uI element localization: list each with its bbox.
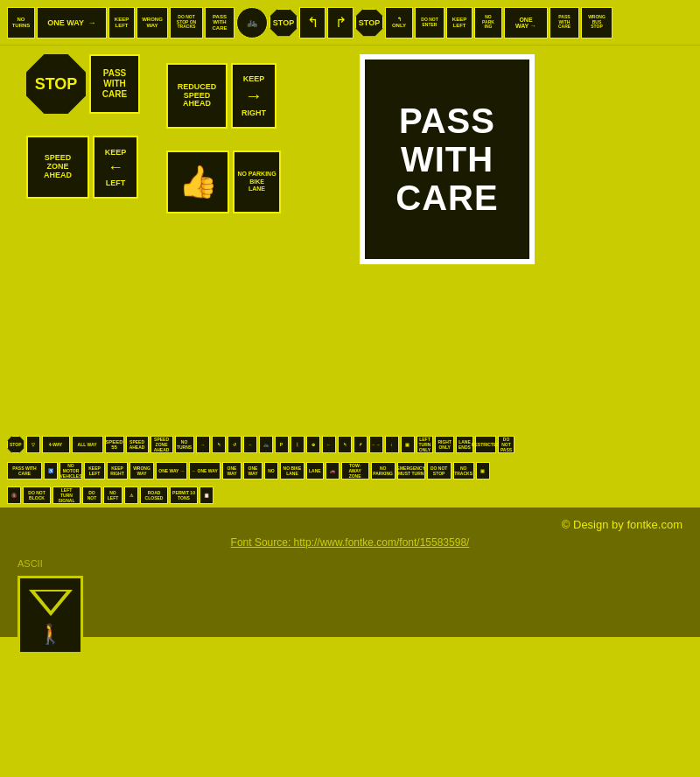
mini-no-ped: 🚷	[7, 486, 21, 504]
left-sign-column: STOP PASSWITHCARE SPEEDZONEAHEAD KEEP ← …	[26, 54, 140, 430]
mini-turn-r: ↱	[354, 436, 368, 453]
mini-keep-r: KEEP RIGHT	[107, 462, 128, 480]
mini-do-not-stop: DO NOT STOP	[427, 462, 452, 480]
mini-left-turn: LEFTTURNONLY	[416, 436, 434, 453]
mini-triangle: ▽	[26, 436, 40, 453]
yield-triangle-inner	[35, 592, 66, 611]
mini-one-w2: ONE WAY	[243, 462, 262, 480]
mini-no-block: DO NOT BLOCK	[23, 486, 51, 504]
turn-right-top: ↱	[327, 7, 354, 38]
pedestrian-icon: 🚶	[38, 623, 62, 646]
mini-arr-l: ←	[322, 436, 336, 453]
mini-no-park: NO PARKING	[371, 462, 396, 480]
pass-care2-top: PASSWITHCARE	[550, 7, 579, 38]
mini-pass-care: PASS WITH CARE	[7, 462, 42, 480]
mini-no-motor: NO MOTOR VEHICLES	[60, 462, 82, 480]
mini-emergency: EMERGENCY MUST TURN	[397, 462, 425, 480]
mini-55: SPEED55	[105, 436, 124, 453]
right-sign-column: PASSWITHCARE	[360, 54, 535, 430]
stop-sign: STOP	[26, 54, 86, 114]
mini-warning: ⚠	[124, 486, 138, 504]
mini-box2: ▣	[476, 462, 490, 480]
mini-turn-l2: ↰	[338, 436, 352, 453]
mini-no2: NO	[264, 462, 278, 480]
stop-octagon-top2: STOP	[355, 9, 383, 37]
pass-with-care-sign: PASSWITHCARE	[89, 54, 140, 114]
yield-triangle	[29, 590, 73, 616]
mini-box: ▣	[401, 436, 415, 453]
mini-ud: ↕	[385, 436, 399, 453]
mini-turn-l: ↰	[212, 436, 226, 453]
font-source-text[interactable]: Font Source: http://www.fontke.com/font/…	[18, 535, 682, 550]
one-way2-top: ONEWAY →	[504, 7, 548, 38]
mini-right-only: RIGHTONLY	[435, 436, 454, 453]
mini-bike: 🚲	[259, 436, 273, 453]
bottom-strip-1: STOP ▽ 4-WAY ALL WAY SPEED55 SPEEDAHEAD …	[0, 430, 700, 458]
keep-left-sign-top: KEEPLEFT	[108, 7, 135, 38]
mini-restrict: RESTRICTED	[475, 436, 496, 453]
wrong-way-sign-top: WRONGWAY	[136, 7, 168, 38]
mini-no-bike: NO BIKE LANE	[280, 462, 304, 480]
keep-right-sign: KEEP → RIGHT	[231, 63, 276, 129]
mini-do-not: DO NOT	[82, 486, 102, 504]
speed-zone-row: SPEEDZONEAHEAD KEEP ← LEFT	[26, 136, 140, 199]
mini-speed-ahead: SPEEDAHEAD	[126, 436, 149, 453]
mini-4way: 4-WAY	[42, 436, 70, 453]
reduced-speed-sign: REDUCEDSPEEDAHEAD	[166, 63, 228, 129]
do-not-enter-top: DO NOTENTER	[415, 7, 444, 38]
no-parking-top: NOPARKING	[474, 7, 502, 38]
mini-circle: ⊕	[306, 436, 320, 453]
mini-arrow-r: →	[196, 436, 210, 453]
stop-pass-row: STOP PASSWITHCARE	[26, 54, 140, 114]
do-not-stop-sign: DO NOTSTOP ONTRACKS	[170, 7, 203, 38]
large-pass-with-care-sign: PASSWITHCARE	[360, 54, 535, 264]
mini-no-left: NO LEFT	[103, 486, 122, 504]
mini-permit: PERMIT 10 TONS	[170, 486, 198, 504]
keep-left2-top: KEEPLEFT	[446, 7, 472, 38]
mini-tow: TOW-AWAY ZONE	[341, 462, 369, 480]
mini-left-turn-sig: LEFT TURN SIGNAL	[52, 486, 80, 504]
mini-lr: ←→	[369, 436, 383, 453]
copyright-text: © Design by fontke.com	[18, 514, 682, 535]
turn-left-top: ↰	[299, 7, 326, 38]
mini-park: P	[275, 436, 289, 453]
mini-doc: 📋	[200, 486, 214, 504]
keep-left-label: KEEP	[105, 148, 127, 157]
keep-left-sub: LEFT	[106, 178, 126, 187]
keep-left-sign: KEEP ← LEFT	[93, 136, 138, 199]
mid-sign-column: REDUCEDSPEEDAHEAD KEEP → RIGHT 👍 NO PARK…	[166, 54, 281, 430]
bottom-strip-2: PASS WITH CARE ♿ NO MOTOR VEHICLES KEEP …	[0, 458, 700, 483]
mini-stop: STOP	[7, 436, 24, 453]
keep-left-arrow: ←	[108, 158, 123, 177]
mini-ped: 🚶	[290, 436, 304, 453]
hand-thumb-sign: 👍	[166, 150, 229, 214]
main-content-area: STOP PASSWITHCARE SPEEDZONEAHEAD KEEP ← …	[0, 46, 700, 430]
wrong-bus-top: WRONGBUSSTOP	[581, 7, 612, 38]
mini-allway: ALL WAY	[72, 436, 103, 453]
mini-lane-ends: LANEENDS	[456, 436, 473, 453]
mini-uturn: ↺	[228, 436, 242, 453]
mini-no-tracks: NO TRACKS	[453, 462, 474, 480]
bike-yield-top: 🚲	[236, 7, 268, 38]
speed-zone-sign: SPEEDZONEAHEAD	[26, 136, 89, 199]
mini-l-one-way: ← ONE WAY	[189, 462, 220, 480]
no-parking-bike-sign: NO PARKING BIKE LANE	[233, 150, 281, 214]
thumb-bike-row: 👍 NO PARKING BIKE LANE	[166, 150, 281, 214]
no-turns-sign: NOTURNS	[7, 7, 35, 38]
top-sign-strip: NOTURNS ONE WAY → KEEPLEFT WRONGWAY DO N…	[0, 0, 700, 46]
mini-do-not-pass: DONOTPASS	[498, 436, 514, 453]
mini-arrow-r2: →	[243, 436, 257, 453]
yield-pedestrian-sign: 🚶	[18, 576, 83, 654]
footer-area: © Design by fontke.com Font Source: http…	[0, 508, 700, 637]
mini-keep-l: KEEP LEFT	[84, 462, 105, 480]
ascii-label: ASCII	[18, 555, 43, 572]
mini-one-w: ONE WAY	[222, 462, 242, 480]
pass-care-top: PASSWITHCARE	[205, 7, 234, 38]
mini-lane: LANE	[306, 462, 324, 480]
mini-one-way: ONE WAY →	[156, 462, 187, 480]
stop-octagon-top1: STOP	[270, 9, 298, 37]
bottom-strip-3: 🚷 DO NOT BLOCK LEFT TURN SIGNAL DO NOT N…	[0, 483, 700, 508]
left-only-top: ↰ONLY	[385, 7, 413, 38]
mini-road-closed: ROAD CLOSED	[140, 486, 168, 504]
mini-speed-zone: SPEEDZONEAHEAD	[150, 436, 173, 453]
